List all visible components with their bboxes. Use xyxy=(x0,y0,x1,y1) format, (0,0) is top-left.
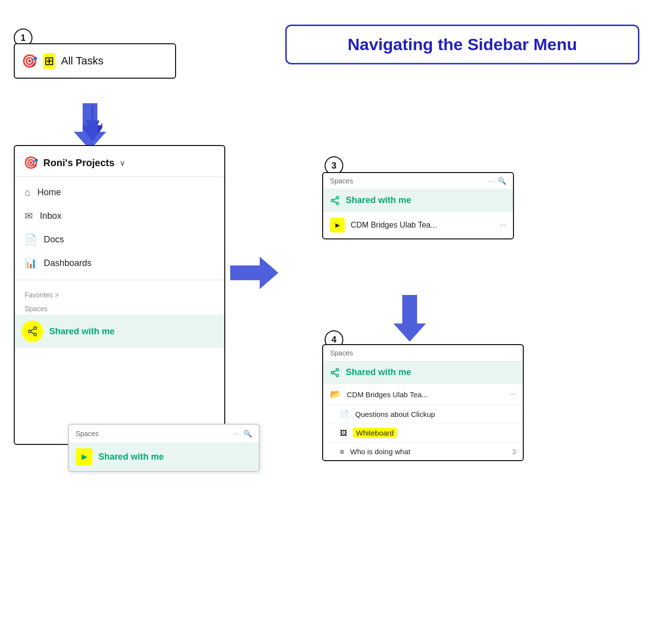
shared-label-2: Shared with me xyxy=(49,326,115,337)
all-tasks-label: All Tasks xyxy=(61,55,103,67)
spaces-popup-shared-label: Shared with me xyxy=(98,452,164,462)
workspace-icon: 🎯 xyxy=(22,54,37,69)
svg-marker-3 xyxy=(74,103,106,150)
nav-dashboards[interactable]: 📊 Dashboards xyxy=(15,251,224,275)
search-icon: 🔍 xyxy=(243,430,252,438)
svg-point-11 xyxy=(331,199,334,202)
cdm-label-4: CDM Bridges Ulab Tea... xyxy=(347,390,504,399)
spaces-popup-title: Spaces xyxy=(76,430,99,438)
share-icon-highlight xyxy=(22,321,43,342)
spaces-label-4: Spaces xyxy=(330,349,353,357)
spaces-popup-header: Spaces ··· 🔍 xyxy=(69,425,259,442)
svg-line-19 xyxy=(333,373,336,375)
nav-inbox[interactable]: ✉ Inbox xyxy=(15,204,224,228)
share-icon-3 xyxy=(330,196,340,205)
spaces-popup-shared-row[interactable]: ▶ Shared with me xyxy=(69,442,259,471)
spaces-label-3: Spaces xyxy=(330,177,353,185)
cdm-play-highlight: ▶ xyxy=(330,218,345,233)
divider-1 xyxy=(15,176,224,177)
shared-with-me-item[interactable]: Shared with me xyxy=(15,315,224,348)
arrow-right-1 xyxy=(230,256,279,290)
sidebar-icon-highlight: ⊞ xyxy=(43,53,55,69)
shared-label-3: Shared with me xyxy=(346,195,411,205)
svg-marker-9 xyxy=(230,257,278,289)
svg-line-13 xyxy=(333,201,336,203)
whiteboard-icon: 🖼 xyxy=(340,429,347,437)
workspace-logo: 🎯 xyxy=(24,156,38,170)
doc-icon-questions: 📄 xyxy=(340,410,349,418)
home-icon: ⌂ xyxy=(25,187,30,198)
shared-row-3[interactable]: Shared with me xyxy=(323,189,513,211)
dashboards-icon: 📊 xyxy=(25,257,37,269)
sub-item-questions[interactable]: 📄 Questions about Clickup xyxy=(323,405,523,423)
cdm-dots-3: ··· xyxy=(500,221,506,230)
svg-line-14 xyxy=(333,198,336,200)
spaces-label-2: Spaces xyxy=(15,301,224,315)
cdm-row-4[interactable]: 📂 CDM Bridges Ulab Tea... ··· xyxy=(323,383,523,405)
who-label: Who is doing what xyxy=(350,447,411,456)
dots-icon: ··· xyxy=(233,430,239,438)
sidebar-header: 🎯 Roni's Projects ∨ xyxy=(15,146,224,176)
title-box: Navigating the Sidebar Menu xyxy=(285,25,639,64)
arrow-down-3 xyxy=(392,295,427,344)
who-count: 3 xyxy=(512,448,516,456)
shared-row-4[interactable]: Shared with me xyxy=(323,361,523,383)
step1-box: 🎯 ⊞ All Tasks xyxy=(14,43,176,79)
list-icon-who: ≡ xyxy=(340,447,344,456)
svg-point-6 xyxy=(34,333,37,336)
dots-icon-3: ··· xyxy=(488,177,494,185)
inbox-icon: ✉ xyxy=(25,210,33,222)
divider-2 xyxy=(15,280,224,280)
spaces-icons-3: ··· 🔍 xyxy=(488,177,506,185)
spaces-popup-icons: ··· 🔍 xyxy=(233,430,252,438)
spaces-popup-step2: Spaces ··· 🔍 ▶ Shared with me xyxy=(68,424,260,472)
sub-item-who[interactable]: ≡ Who is doing what 3 xyxy=(323,442,523,460)
favorites-label[interactable]: Favorites > xyxy=(15,284,224,301)
nav-home[interactable]: ⌂ Home xyxy=(15,181,224,204)
questions-label: Questions about Clickup xyxy=(355,410,435,418)
workspace-name: Roni's Projects xyxy=(43,157,115,169)
chevron-icon: ∨ xyxy=(120,158,125,168)
svg-point-18 xyxy=(336,374,339,377)
cdm-label-3: CDM Bridges Ulab Tea... xyxy=(351,221,494,230)
svg-line-20 xyxy=(333,370,336,372)
step3-box: Spaces ··· 🔍 Shared with me ▶ CDM Bridge… xyxy=(322,172,514,239)
shared-label-4: Shared with me xyxy=(346,367,411,378)
svg-point-16 xyxy=(336,368,339,371)
spaces-header-3: Spaces ··· 🔍 xyxy=(323,173,513,189)
sidebar-icon: ⊞ xyxy=(44,54,54,67)
svg-line-7 xyxy=(31,332,34,334)
share-icon-4 xyxy=(330,368,340,378)
spaces-header-4: Spaces xyxy=(323,345,523,361)
sub-item-whiteboard[interactable]: 🖼 Whiteboard xyxy=(323,423,523,442)
svg-point-4 xyxy=(34,327,37,330)
svg-point-12 xyxy=(336,202,339,205)
step2-box: 🎯 Roni's Projects ∨ ⌂ Home ✉ Inbox 📄 Doc… xyxy=(14,145,225,445)
svg-point-10 xyxy=(336,196,339,199)
page-title: Navigating the Sidebar Menu xyxy=(348,35,577,54)
docs-icon: 📄 xyxy=(25,234,37,245)
svg-marker-15 xyxy=(393,295,426,342)
folder-icon-open: 📂 xyxy=(330,389,341,400)
step4-box: Spaces Shared with me 📂 CDM Bridges Ulab… xyxy=(322,344,524,461)
svg-point-17 xyxy=(331,371,334,374)
svg-line-8 xyxy=(31,329,34,331)
cdm-dots-4: ··· xyxy=(510,390,516,399)
nav-docs[interactable]: 📄 Docs xyxy=(15,228,224,251)
whiteboard-label: Whiteboard xyxy=(353,428,397,438)
cdm-row-3[interactable]: ▶ CDM Bridges Ulab Tea... ··· xyxy=(323,211,513,238)
play-button-highlight: ▶ xyxy=(76,448,92,465)
svg-point-5 xyxy=(29,330,31,333)
search-icon-3: 🔍 xyxy=(498,177,506,185)
